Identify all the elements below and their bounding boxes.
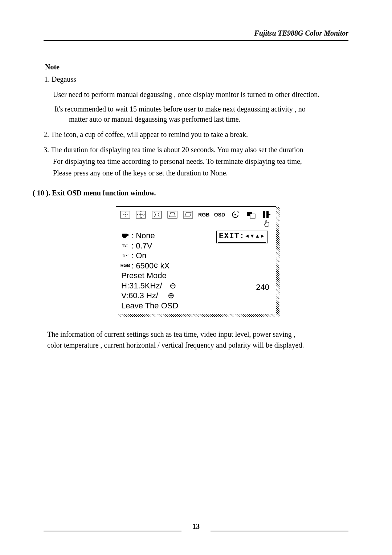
exit-label: EXIT: (219, 232, 245, 241)
osd-screenshot: RGB OSD : None ⁰⁄₁⎕ : 0.7V (44, 206, 348, 314)
note-item-2: 2. The icon, a cup of coffee, will appea… (44, 129, 348, 139)
svg-point-6 (234, 214, 236, 215)
note-item-1-label: 1. Degauss (44, 74, 348, 84)
osd-status-list: : None ⁰⁄₁⎕ : 0.7V ☆·ᶻ : On RGB : 6500¢ … (121, 231, 216, 311)
exit-icon (261, 210, 272, 219)
shadow-bottom (118, 314, 279, 317)
power-saving-value: : On (131, 251, 147, 261)
preset-mode: Preset Mode (121, 271, 216, 281)
page-number: 13 (189, 522, 203, 531)
header-title: Fujitsu TE988G Color Monitor (254, 29, 348, 37)
color-temp-value: : 6500¢ kX (131, 261, 170, 271)
rgb-icon: RGB (199, 210, 209, 219)
note-heading: Note (45, 63, 348, 71)
note-item-3-line2: For displaying tea time according to per… (53, 156, 348, 166)
svg-rect-8 (250, 214, 255, 218)
video-level-icon: ⁰⁄₁⎕ (121, 243, 129, 248)
recall-icon (246, 210, 257, 219)
note-item-3-line3: Please press any one of the keys or set … (53, 168, 348, 178)
v-freq: V:60.3 Hz/ (121, 291, 158, 301)
page-footer: 13 (44, 527, 348, 535)
svg-rect-10 (265, 211, 266, 218)
osd-text-icon: OSD (214, 210, 225, 219)
svg-point-1 (125, 214, 126, 215)
svg-rect-3 (152, 211, 162, 218)
svg-rect-4 (168, 211, 177, 218)
footer-rule-left (44, 531, 181, 531)
parallelogram-icon (183, 210, 193, 219)
exit-arrows: ◂▾▴▸ (245, 232, 265, 241)
rgb-mini-icon: RGB (121, 263, 129, 268)
cup-icon (121, 233, 129, 238)
note-item-1-sub1: User need to perform manual degaussing ,… (53, 89, 348, 100)
leave-osd: Leave The OSD (121, 301, 216, 311)
note-item-3-line1: 3. The duration for displaying tea time … (44, 145, 348, 155)
v-polarity-icon: ⊕ (168, 291, 174, 301)
teatime-value: : None (131, 231, 155, 241)
power-saving-icon: ☆·ᶻ (121, 253, 129, 258)
footer-rule-right (211, 531, 348, 531)
h-freq: H:31.5KHz/ (121, 281, 162, 291)
position-icon (120, 210, 131, 219)
note-item-1-sub2: It's recommended to wait 15 minutes befo… (54, 104, 348, 124)
shadow-right (276, 207, 279, 314)
section-title: ( 10 ). Exit OSD menu function window. (33, 189, 348, 197)
info-paragraph: The information of current settings such… (47, 329, 348, 351)
pincushion-icon (151, 210, 162, 219)
osd-hand-cursor (116, 220, 276, 228)
page-header: Fujitsu TE988G Color Monitor (44, 29, 348, 40)
exit-indicator-box: EXIT:◂▾▴▸ (216, 231, 268, 243)
hand-icon (264, 220, 270, 227)
osd-counter: 240 (216, 283, 271, 292)
trapezoid-icon (167, 210, 178, 219)
header-rule (44, 40, 348, 41)
degauss-icon (230, 210, 241, 219)
svg-rect-5 (183, 211, 193, 218)
video-level-value: : 0.7V (131, 241, 152, 251)
size-icon (135, 210, 146, 219)
osd-icon-row: RGB OSD (116, 207, 276, 220)
h-polarity-icon: ⊖ (170, 281, 176, 291)
